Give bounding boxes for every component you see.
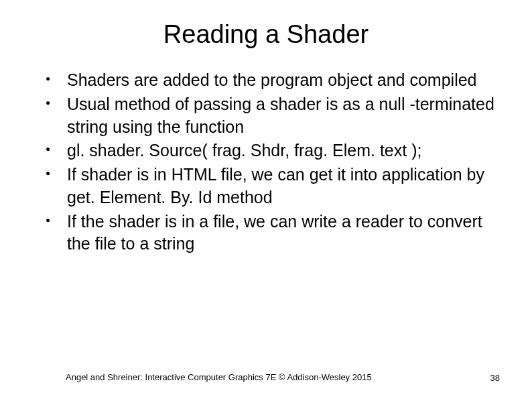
list-item: If the shader is in a file, we can write… <box>40 211 498 256</box>
slide-title: Reading a Shader <box>27 20 505 49</box>
bullet-list: Shaders are added to the program object … <box>40 69 498 255</box>
list-item: gl. shader. Source( frag. Shdr, frag. El… <box>40 139 498 162</box>
page-number: 38 <box>490 373 500 383</box>
list-item: If shader is in HTML file, we can get it… <box>40 164 498 209</box>
slide: Reading a Shader Shaders are added to th… <box>0 0 532 399</box>
list-item: Shaders are added to the program object … <box>40 69 498 92</box>
slide-footer: Angel and Shreiner: Interactive Computer… <box>0 371 532 383</box>
footer-citation: Angel and Shreiner: Interactive Computer… <box>66 372 372 382</box>
list-item: Usual method of passing a shader is as a… <box>40 93 498 139</box>
slide-content: Shaders are added to the program object … <box>27 69 505 255</box>
